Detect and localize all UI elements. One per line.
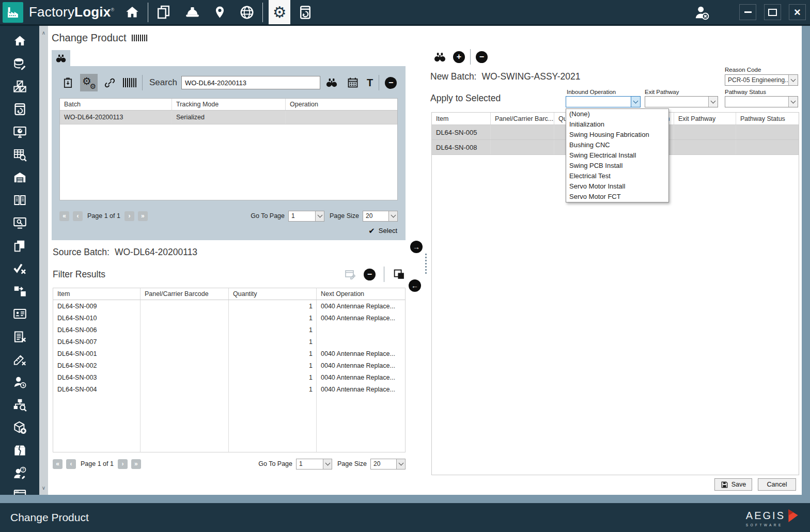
search-execute-button[interactable] xyxy=(325,76,338,89)
global-nav-button[interactable] xyxy=(239,5,255,20)
operator-nav-button[interactable] xyxy=(184,4,200,20)
splitter-grip[interactable] xyxy=(425,254,427,274)
prev-page-button[interactable]: ‹ xyxy=(66,459,76,469)
device-restore-nav-button[interactable] xyxy=(294,0,316,24)
move-left-button[interactable]: ← xyxy=(409,279,421,292)
table-row[interactable]: DL64-SN-002 1 0040 Antennae Replace... xyxy=(53,359,405,371)
dropdown-option[interactable]: Electrical Test xyxy=(566,171,668,181)
page-size-select[interactable]: 20 xyxy=(363,211,398,222)
prev-page-button[interactable]: ‹ xyxy=(73,211,83,221)
sidebar-scrollbar[interactable]: ∧ ∨ xyxy=(39,26,48,495)
minimize-button[interactable] xyxy=(739,4,756,20)
add-button[interactable]: + xyxy=(453,51,465,63)
date-filter-button[interactable] xyxy=(347,76,359,89)
sidebar-item-home[interactable] xyxy=(12,34,27,48)
sidebar-item-user-question[interactable]: ? xyxy=(12,466,27,480)
settings-nav-button-selected[interactable]: ⚙ xyxy=(269,0,290,24)
sidebar-item-monitor-search[interactable] xyxy=(12,216,27,230)
sidebar-item-database-edit[interactable] xyxy=(12,57,27,71)
dropdown-option[interactable]: Servo Motor FCT xyxy=(566,192,668,202)
move-right-button[interactable]: → xyxy=(410,241,423,253)
sidebar-item-dashboard[interactable] xyxy=(12,125,27,139)
sidebar-item-ruler-x[interactable] xyxy=(12,352,27,366)
exit-pathway-select[interactable] xyxy=(645,96,718,107)
documents-nav-button[interactable] xyxy=(156,5,171,20)
sidebar-item-check-x[interactable] xyxy=(12,261,27,275)
table-row[interactable]: DL64-SN-004 1 0040 Antennae Replace... xyxy=(53,383,405,395)
page-size-select[interactable]: 20 xyxy=(370,459,406,470)
dropdown-option[interactable]: Servo Motor Install xyxy=(566,181,668,192)
aegis-logo-text: AEGIS xyxy=(746,510,785,521)
sidebar-item-id-card[interactable] xyxy=(12,307,27,321)
tab-search[interactable] xyxy=(52,50,70,66)
sidebar-item-warehouse[interactable] xyxy=(12,170,27,184)
edit-comment-button-disabled[interactable] xyxy=(344,268,356,280)
sidebar-item-copy-pages[interactable] xyxy=(12,239,27,253)
dropdown-option[interactable]: Swing Housing Fabrication xyxy=(566,130,668,140)
maximize-button[interactable] xyxy=(764,4,781,20)
sidebar-item-crates[interactable] xyxy=(12,80,27,93)
sidebar-item-book[interactable] xyxy=(12,193,27,207)
scroll-down-arrow[interactable]: ∨ xyxy=(39,485,48,491)
next-page-button[interactable]: › xyxy=(124,211,134,221)
sidebar-item-table-search[interactable] xyxy=(12,148,27,162)
remove-items-button[interactable]: − xyxy=(364,269,376,280)
dropdown-option[interactable]: Initialization xyxy=(566,119,668,130)
table-row[interactable]: DL64-SN-007 1 xyxy=(53,336,405,348)
select-button[interactable]: ✔ Select xyxy=(368,227,397,234)
goto-page-select[interactable]: 1 xyxy=(288,211,324,222)
link-mode-button[interactable] xyxy=(104,77,116,89)
last-page-button[interactable]: » xyxy=(138,211,148,221)
last-page-button[interactable]: » xyxy=(131,459,141,469)
logout-user-button[interactable] xyxy=(693,4,710,21)
sidebar-item-box-transfer[interactable] xyxy=(12,284,27,298)
titlebar: FactoryLogix® xyxy=(0,0,810,26)
sidebar-item-app-window[interactable] xyxy=(12,489,27,495)
select-overlap-button[interactable] xyxy=(393,268,406,281)
first-page-button[interactable]: « xyxy=(53,459,63,469)
sidebar-item-box-broken[interactable] xyxy=(12,443,27,457)
chevron-down-icon xyxy=(708,97,718,107)
copy-pages-icon xyxy=(13,239,26,253)
locations-nav-button[interactable] xyxy=(213,5,227,19)
new-batch-value: WO-SWING-ASSY-2021 xyxy=(481,71,580,82)
inbound-operation-select-open[interactable] xyxy=(566,96,641,107)
next-page-button[interactable]: › xyxy=(118,459,128,469)
gear-icon: ⚙ xyxy=(273,5,287,20)
batch-mode-button-selected[interactable]: ⚙ ⚙ xyxy=(80,74,98,91)
sidebar-item-clipboard-x[interactable] xyxy=(12,330,27,343)
table-row[interactable]: DL64-SN-009 1 0040 Antennae Replace... xyxy=(53,300,405,312)
reason-code-select[interactable]: PCR-05 Engineering... xyxy=(725,74,798,86)
sidebar-item-batch-restore[interactable] xyxy=(12,102,27,116)
column-header-quantity: Quantity xyxy=(229,288,317,300)
filter-table-header: Item Panel/Carrier Barcode Quantity Next… xyxy=(53,288,405,300)
table-row[interactable]: DL64-SN-003 1 0040 Antennae Replace... xyxy=(53,371,405,383)
sidebar-item-cube-plus[interactable] xyxy=(12,420,27,434)
remove-button[interactable]: − xyxy=(476,51,488,63)
save-button[interactable]: Save xyxy=(714,478,752,491)
sidebar-item-hierarchy-search[interactable] xyxy=(12,398,27,412)
table-row[interactable]: DL64-SN-001 1 0040 Antennae Replace... xyxy=(53,348,405,359)
remove-filter-button[interactable]: − xyxy=(385,77,397,89)
paste-batch-button[interactable] xyxy=(62,77,74,89)
batch-row-selected[interactable]: WO-DL64-20200113 Serialized xyxy=(60,111,397,124)
barcode-icon xyxy=(123,78,136,87)
table-row[interactable]: DL64-SN-006 1 xyxy=(53,324,405,336)
dropdown-option[interactable]: (None) xyxy=(566,109,668,119)
first-page-button[interactable]: « xyxy=(59,211,69,221)
close-button[interactable]: × xyxy=(789,4,806,20)
barcode-mode-button[interactable] xyxy=(123,78,136,87)
dropdown-option[interactable]: Swing Electrical Install xyxy=(566,150,668,161)
scroll-up-arrow[interactable]: ∧ xyxy=(39,30,48,36)
dropdown-option[interactable]: Bushing CNC xyxy=(566,140,668,150)
table-row[interactable]: DL64-SN-010 1 0040 Antennae Replace... xyxy=(53,312,405,324)
find-batch-button[interactable] xyxy=(433,51,446,64)
dropdown-option[interactable]: Swing PCB Install xyxy=(566,161,668,171)
text-filter-button[interactable]: T xyxy=(367,77,373,89)
cancel-button[interactable]: Cancel xyxy=(758,478,796,491)
sidebar-item-user-clock[interactable] xyxy=(12,375,27,389)
goto-page-select[interactable]: 1 xyxy=(296,459,332,470)
home-nav-button[interactable] xyxy=(124,5,140,20)
pathway-status-select[interactable] xyxy=(725,96,798,107)
search-input[interactable] xyxy=(181,76,320,89)
